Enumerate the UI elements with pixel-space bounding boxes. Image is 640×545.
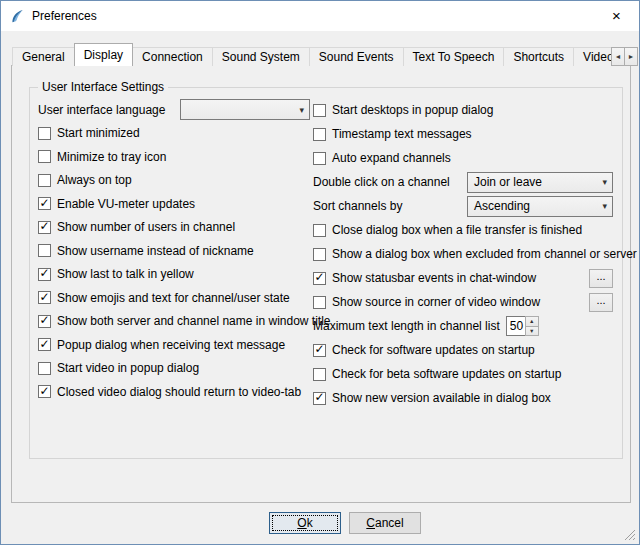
tab-bar: General Display Connection Sound System …: [12, 43, 612, 66]
checkbox-label: Show statusbar events in chat-window: [332, 271, 536, 285]
resize-grip[interactable]: [624, 529, 636, 541]
chevron-down-icon: ▾: [602, 177, 607, 187]
tab-sound-system[interactable]: Sound System: [212, 47, 310, 66]
checkbox-server-channel-title[interactable]: ✓ Show both server and channel name in w…: [38, 310, 310, 334]
sort-channels-row: Sort channels by Ascending ▾: [313, 194, 613, 218]
checkbox-indicator: ✓: [38, 150, 51, 163]
checkbox-label: Show last to talk in yellow: [57, 267, 194, 281]
check-icon: ✓: [39, 197, 49, 209]
language-row: User interface language ▾: [38, 98, 310, 122]
checkbox-show-emojis[interactable]: ✓ Show emojis and text for channel/user …: [38, 286, 310, 310]
checkbox-popup-text-message[interactable]: ✓ Popup dialog when receiving text messa…: [38, 333, 310, 357]
checkbox-label: Show both server and channel name in win…: [57, 314, 331, 328]
double-click-label: Double click on a channel: [313, 175, 450, 189]
check-icon: ✓: [39, 291, 49, 303]
checkbox-start-desktops-popup[interactable]: ✓ Start desktops in popup dialog: [313, 98, 613, 122]
checkbox-indicator: ✓: [313, 344, 326, 357]
close-button[interactable]: ×: [594, 1, 639, 30]
cancel-button-label: Cancel: [366, 516, 403, 530]
checkbox-video-source-corner[interactable]: ✓ Show source in corner of video window: [313, 295, 540, 309]
checkbox-label: Start video in popup dialog: [57, 361, 199, 375]
checkbox-indicator: ✓: [38, 315, 51, 328]
chevron-down-icon: ▾: [299, 104, 304, 114]
checkbox-minimize-to-tray[interactable]: ✓ Minimize to tray icon: [38, 145, 310, 169]
video-source-config-button[interactable]: ...: [589, 293, 613, 312]
checkbox-new-version-dialog[interactable]: ✓ Show new version available in dialog b…: [313, 386, 613, 410]
checkbox-label: Minimize to tray icon: [57, 150, 166, 164]
checkbox-indicator: ✓: [313, 128, 326, 141]
tab-connection[interactable]: Connection: [132, 47, 213, 66]
checkbox-indicator: ✓: [38, 338, 51, 351]
tab-text-to-speech[interactable]: Text To Speech: [403, 47, 505, 66]
spinner-buttons: ▲ ▼: [525, 316, 539, 336]
display-tab-pane: User Interface Settings User interface l…: [11, 65, 631, 503]
checkbox-indicator: ✓: [38, 385, 51, 398]
checkbox-indicator: ✓: [313, 368, 326, 381]
title-bar: Preferences ×: [1, 1, 639, 31]
checkbox-always-on-top[interactable]: ✓ Always on top: [38, 169, 310, 193]
checkbox-start-video-popup[interactable]: ✓ Start video in popup dialog: [38, 357, 310, 381]
check-icon: ✓: [39, 220, 49, 232]
sort-channels-combobox[interactable]: Ascending ▾: [467, 196, 613, 217]
checkbox-label: Show a dialog box when excluded from cha…: [332, 247, 637, 261]
tab-video[interactable]: Video: [573, 47, 612, 66]
double-click-row: Double click on a channel Join or leave …: [313, 170, 613, 194]
checkbox-indicator: ✓: [38, 244, 51, 257]
checkbox-show-username[interactable]: ✓ Show username instead of nickname: [38, 239, 310, 263]
checkbox-check-updates[interactable]: ✓ Check for software updates on startup: [313, 338, 613, 362]
checkbox-indicator: ✓: [313, 296, 326, 309]
checkbox-indicator: ✓: [313, 224, 326, 237]
checkbox-indicator: ✓: [38, 291, 51, 304]
checkbox-indicator: ✓: [38, 174, 51, 187]
checkbox-label: Show source in corner of video window: [332, 295, 540, 309]
checkbox-close-on-file-transfer[interactable]: ✓ Close dialog box when a file transfer …: [313, 218, 613, 242]
double-click-combobox[interactable]: Join or leave ▾: [467, 172, 613, 193]
checkbox-dialog-when-excluded[interactable]: ✓ Show a dialog box when excluded from c…: [313, 242, 613, 266]
language-combobox[interactable]: ▾: [180, 99, 310, 120]
checkbox-last-to-talk[interactable]: ✓ Show last to talk in yellow: [38, 263, 310, 287]
checkbox-indicator: ✓: [38, 221, 51, 234]
checkbox-label: Enable VU-meter updates: [57, 197, 195, 211]
tab-scroll-left-button[interactable]: ◄: [611, 47, 625, 66]
cancel-button[interactable]: Cancel: [349, 512, 421, 534]
tab-shortcuts[interactable]: Shortcuts: [503, 47, 574, 66]
ok-button-label: Ok: [297, 516, 312, 530]
checkbox-vu-meter-updates[interactable]: ✓ Enable VU-meter updates: [38, 192, 310, 216]
ok-button[interactable]: Ok: [269, 512, 341, 534]
check-icon: ✓: [39, 385, 49, 397]
window-title: Preferences: [32, 9, 97, 23]
checkbox-label: Check for software updates on startup: [332, 343, 535, 357]
checkbox-indicator: ✓: [38, 127, 51, 140]
checkbox-label: Show username instead of nickname: [57, 244, 254, 258]
tab-display[interactable]: Display: [74, 43, 133, 66]
checkbox-label: Show number of users in channel: [57, 220, 235, 234]
tab-scroll-right-button[interactable]: ►: [624, 47, 638, 66]
checkbox-label: Start minimized: [57, 126, 140, 140]
checkbox-check-beta-updates[interactable]: ✓ Check for beta software updates on sta…: [313, 362, 613, 386]
checkbox-start-minimized[interactable]: ✓ Start minimized: [38, 122, 310, 146]
checkbox-show-user-count[interactable]: ✓ Show number of users in channel: [38, 216, 310, 240]
checkbox-timestamp-messages[interactable]: ✓ Timestamp text messages: [313, 122, 613, 146]
checkbox-label: Auto expand channels: [332, 151, 451, 165]
checkbox-closed-video-return[interactable]: ✓ Closed video dialog should return to v…: [38, 380, 310, 404]
check-icon: ✓: [39, 267, 49, 279]
max-text-length-label: Maximum text length in channel list: [313, 319, 500, 333]
tab-sound-events[interactable]: Sound Events: [309, 47, 404, 66]
checkbox-indicator: ✓: [313, 392, 326, 405]
chevron-down-icon: ▾: [602, 201, 607, 211]
max-text-length-spinner[interactable]: 50 ▲ ▼: [506, 316, 539, 336]
tab-general[interactable]: General: [12, 47, 75, 66]
sort-channels-label: Sort channels by: [313, 199, 402, 213]
checkbox-label: Start desktops in popup dialog: [332, 103, 493, 117]
app-logo-icon: [9, 8, 26, 25]
max-text-length-input[interactable]: 50: [506, 316, 525, 336]
double-click-value: Join or leave: [474, 175, 542, 189]
checkbox-label: Show new version available in dialog box: [332, 391, 551, 405]
checkbox-statusbar-events[interactable]: ✓ Show statusbar events in chat-window: [313, 271, 536, 285]
preferences-window: Preferences × General Display Connection…: [0, 0, 640, 545]
spin-down-button[interactable]: ▼: [525, 326, 539, 337]
checkbox-auto-expand-channels[interactable]: ✓ Auto expand channels: [313, 146, 613, 170]
max-text-length-row: Maximum text length in channel list 50 ▲…: [313, 314, 613, 338]
checkbox-label: Popup dialog when receiving text message: [57, 338, 285, 352]
statusbar-events-config-button[interactable]: ...: [589, 269, 613, 288]
